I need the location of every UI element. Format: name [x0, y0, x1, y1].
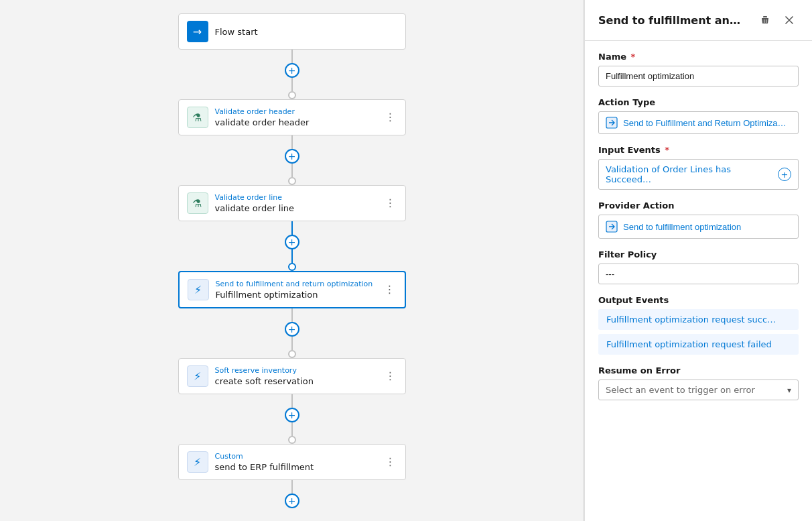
- flow-canvas: → Flow start + ⚗ Validate order header v…: [0, 0, 584, 521]
- connector-circle-1: [288, 177, 296, 185]
- node-custom-erp-title: send to ERP fulfillment: [215, 462, 384, 472]
- provider-action-value: Send to fulfillment optimization: [623, 222, 741, 232]
- connector-2: +: [285, 221, 299, 271]
- flask-icon-2: ⚗: [192, 197, 202, 210]
- node-soft-reserve-icon: ⚡: [187, 365, 208, 387]
- node-soft-reserve-content: Soft reserve inventory create soft reser…: [215, 366, 384, 386]
- name-field-group: Name *: [598, 52, 799, 86]
- input-events-label: Input Events *: [598, 145, 799, 155]
- name-label: Name *: [598, 52, 799, 62]
- connector-line-top-0: [291, 50, 293, 63]
- connector-line-bottom-2: [291, 249, 293, 263]
- filter-policy-input[interactable]: [598, 264, 799, 284]
- provider-action-field-group: Provider Action Send to fulfillment opti…: [598, 200, 799, 239]
- node-validate-header-subtitle: Validate order header: [215, 107, 384, 116]
- node-soft-reserve[interactable]: ⚡ Soft reserve inventory create soft res…: [178, 358, 406, 394]
- node-soft-reserve-title: create soft reservation: [215, 376, 384, 386]
- connector-circle-4: [288, 436, 296, 444]
- filter-policy-label: Filter Policy: [598, 249, 799, 259]
- add-input-event-btn[interactable]: +: [778, 168, 791, 181]
- connector-line-top-3: [291, 308, 293, 322]
- connector-line-bottom-4: [291, 422, 293, 436]
- flow-inner: → Flow start + ⚗ Validate order header v…: [178, 13, 406, 508]
- node-validate-line-subtitle: Validate order line: [215, 193, 384, 202]
- node-flow-start-icon: →: [187, 21, 208, 42]
- node-fulfillment-opt-subtitle: Send to fulfillment and return optimizat…: [216, 280, 383, 288]
- name-required-marker: *: [631, 52, 636, 62]
- connector-line-bottom-final: [291, 480, 293, 494]
- connector-line-top-4: [291, 394, 293, 408]
- node-soft-reserve-subtitle: Soft reserve inventory: [215, 366, 384, 375]
- output-events-field-group: Output Events Fulfillment optimization r…: [598, 295, 799, 355]
- connector-circle-3: [288, 350, 296, 358]
- name-input[interactable]: [598, 66, 799, 86]
- action-type-button[interactable]: Send to Fulfillment and Return Optimiza…: [598, 111, 799, 134]
- provider-action-label: Provider Action: [598, 200, 799, 211]
- lightning-icon-2: ⚡: [194, 370, 201, 383]
- node-validate-line-content: Validate order line validate order line: [215, 193, 384, 213]
- node-custom-erp-menu[interactable]: ⋮: [384, 455, 397, 469]
- delete-button[interactable]: [756, 11, 774, 30]
- resume-on-error-label: Resume on Error: [598, 365, 799, 375]
- connector-1: +: [285, 135, 299, 185]
- add-node-btn-0[interactable]: +: [285, 63, 299, 78]
- node-validate-line-icon: ⚗: [187, 192, 208, 214]
- connector-3: +: [285, 308, 299, 358]
- connector-circle-2: [288, 263, 296, 271]
- input-events-value: Validation of Order Lines has Succeed…: [606, 164, 778, 184]
- input-events-selector[interactable]: Validation of Order Lines has Succeed… +: [598, 159, 799, 190]
- lightning-icon: ⚡: [194, 284, 202, 296]
- panel-header-actions: [756, 11, 799, 30]
- action-type-value: Send to Fulfillment and Return Optimiza…: [623, 118, 787, 128]
- connector-line-bottom-1: [291, 164, 293, 177]
- node-validate-header-title: validate order header: [215, 117, 384, 127]
- action-type-field-group: Action Type Send to Fulfillment and Retu…: [598, 97, 799, 134]
- connector-line-bottom-3: [291, 337, 293, 350]
- connector-line-top-1: [291, 135, 293, 149]
- node-validate-header-menu[interactable]: ⋮: [384, 111, 397, 124]
- output-events-label: Output Events: [598, 295, 799, 305]
- panel-body: Name * Action Type Send to Fulfillment a…: [585, 41, 812, 411]
- output-event-item-0[interactable]: Fulfillment optimization request succ…: [598, 309, 799, 330]
- node-fulfillment-opt-menu[interactable]: ⋮: [383, 283, 397, 296]
- node-validate-line-menu[interactable]: ⋮: [384, 196, 397, 210]
- close-button[interactable]: [780, 11, 799, 30]
- resume-on-error-select[interactable]: Select an event to trigger on error ▾: [598, 380, 799, 400]
- arrow-right-icon: →: [193, 25, 202, 38]
- output-events-list: Fulfillment optimization request succ… F…: [598, 309, 799, 355]
- node-validate-line[interactable]: ⚗ Validate order line validate order lin…: [178, 185, 406, 221]
- action-type-label: Action Type: [598, 97, 799, 107]
- add-node-btn-1[interactable]: +: [285, 149, 299, 164]
- add-node-btn-3[interactable]: +: [285, 322, 299, 337]
- output-event-item-1[interactable]: Fulfillment optimization request failed: [598, 334, 799, 355]
- node-validate-header[interactable]: ⚗ Validate order header validate order h…: [178, 99, 406, 135]
- flask-icon: ⚗: [192, 111, 202, 124]
- add-node-btn-bottom[interactable]: +: [285, 494, 299, 508]
- node-custom-erp-content: Custom send to ERP fulfillment: [215, 452, 384, 472]
- provider-action-button[interactable]: Send to fulfillment optimization: [598, 215, 799, 239]
- connector-bottom: +: [285, 480, 299, 508]
- node-fulfillment-opt[interactable]: ⚡ Send to fulfillment and return optimiz…: [178, 271, 406, 308]
- node-soft-reserve-menu[interactable]: ⋮: [384, 369, 397, 383]
- panel-title: Send to fulfillment an…: [598, 14, 756, 27]
- resume-on-error-field-group: Resume on Error Select an event to trigg…: [598, 365, 799, 400]
- input-events-field-group: Input Events * Validation of Order Lines…: [598, 145, 799, 190]
- lightning-icon-3: ⚡: [194, 456, 201, 469]
- chevron-down-icon: ▾: [787, 386, 791, 395]
- connector-circle-0: [288, 91, 296, 99]
- node-validate-header-content: Validate order header validate order hea…: [215, 107, 384, 127]
- node-custom-erp[interactable]: ⚡ Custom send to ERP fulfillment ⋮: [178, 444, 406, 480]
- input-events-required-marker: *: [665, 145, 669, 155]
- right-panel: Send to fulfillment an… Name *: [584, 0, 812, 521]
- resume-on-error-placeholder: Select an event to trigger on error: [606, 385, 755, 395]
- add-node-btn-2[interactable]: +: [285, 235, 299, 249]
- add-node-btn-4[interactable]: +: [285, 408, 299, 422]
- node-custom-erp-subtitle: Custom: [215, 452, 384, 461]
- node-fulfillment-opt-icon: ⚡: [188, 279, 209, 300]
- node-flow-start-content: Flow start: [215, 27, 397, 37]
- node-validate-header-icon: ⚗: [187, 107, 208, 128]
- node-validate-line-title: validate order line: [215, 203, 384, 213]
- node-fulfillment-opt-title: Fulfillment optimization: [216, 290, 383, 300]
- connector-4: +: [285, 394, 299, 444]
- node-flow-start[interactable]: → Flow start: [178, 13, 406, 50]
